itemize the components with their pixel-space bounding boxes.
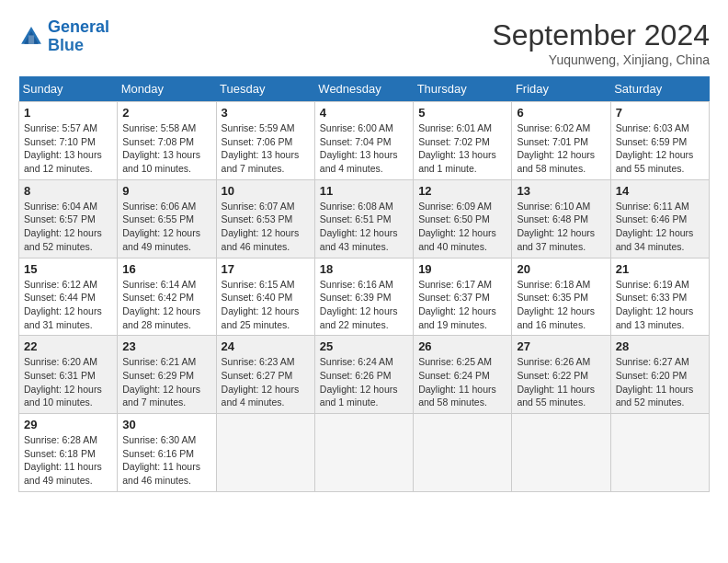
location: Yuqunweng, Xinjiang, China xyxy=(492,52,710,67)
calendar-cell: 9Sunrise: 6:06 AMSunset: 6:55 PMDaylight… xyxy=(118,179,216,258)
calendar-cell: 30Sunrise: 6:30 AMSunset: 6:16 PMDayligh… xyxy=(118,414,216,492)
day-number: 19 xyxy=(418,262,506,276)
day-info: Sunrise: 6:04 AMSunset: 6:57 PMDaylight:… xyxy=(24,200,112,254)
day-info: Sunrise: 6:18 AMSunset: 6:35 PMDaylight:… xyxy=(517,278,605,332)
calendar-cell: 18Sunrise: 6:16 AMSunset: 6:39 PMDayligh… xyxy=(314,258,413,336)
day-header-friday: Friday xyxy=(512,76,610,102)
day-info: Sunrise: 6:03 AMSunset: 6:59 PMDaylight:… xyxy=(616,121,704,176)
day-number: 1 xyxy=(24,106,112,120)
day-number: 27 xyxy=(517,339,605,353)
calendar-cell: 28Sunrise: 6:27 AMSunset: 6:20 PMDayligh… xyxy=(610,336,709,414)
day-header-tuesday: Tuesday xyxy=(216,76,314,102)
calendar-table: SundayMondayTuesdayWednesdayThursdayFrid… xyxy=(18,76,710,492)
day-number: 26 xyxy=(418,339,506,353)
day-number: 28 xyxy=(616,339,704,353)
day-number: 2 xyxy=(122,106,210,120)
calendar-cell: 6Sunrise: 6:02 AMSunset: 7:01 PMDaylight… xyxy=(512,102,610,180)
calendar-cell: 4Sunrise: 6:00 AMSunset: 7:04 PMDaylight… xyxy=(314,102,413,180)
page-header: General Blue September 2024 Yuqunweng, X… xyxy=(18,18,710,67)
calendar-cell xyxy=(610,414,709,492)
calendar-cell: 10Sunrise: 6:07 AMSunset: 6:53 PMDayligh… xyxy=(216,179,314,258)
day-info: Sunrise: 6:24 AMSunset: 6:26 PMDaylight:… xyxy=(320,355,408,409)
day-info: Sunrise: 5:57 AMSunset: 7:10 PMDaylight:… xyxy=(24,121,112,176)
day-info: Sunrise: 6:02 AMSunset: 7:01 PMDaylight:… xyxy=(517,121,605,176)
day-number: 10 xyxy=(222,184,310,198)
week-row-4: 22Sunrise: 6:20 AMSunset: 6:31 PMDayligh… xyxy=(19,336,710,414)
calendar-cell: 24Sunrise: 6:23 AMSunset: 6:27 PMDayligh… xyxy=(216,336,314,414)
day-number: 18 xyxy=(320,262,408,276)
day-info: Sunrise: 6:09 AMSunset: 6:50 PMDaylight:… xyxy=(418,200,506,254)
calendar-cell: 8Sunrise: 6:04 AMSunset: 6:57 PMDaylight… xyxy=(19,179,118,258)
calendar-cell: 27Sunrise: 6:26 AMSunset: 6:22 PMDayligh… xyxy=(512,336,610,414)
calendar-cell: 21Sunrise: 6:19 AMSunset: 6:33 PMDayligh… xyxy=(610,258,709,336)
logo: General Blue xyxy=(18,18,109,55)
day-info: Sunrise: 5:58 AMSunset: 7:08 PMDaylight:… xyxy=(122,121,210,176)
calendar-cell: 12Sunrise: 6:09 AMSunset: 6:50 PMDayligh… xyxy=(414,179,512,258)
week-row-1: 1Sunrise: 5:57 AMSunset: 7:10 PMDaylight… xyxy=(19,102,710,180)
calendar-cell: 17Sunrise: 6:15 AMSunset: 6:40 PMDayligh… xyxy=(216,258,314,336)
day-info: Sunrise: 6:30 AMSunset: 6:16 PMDaylight:… xyxy=(122,433,210,488)
day-header-sunday: Sunday xyxy=(19,76,118,102)
calendar-cell: 20Sunrise: 6:18 AMSunset: 6:35 PMDayligh… xyxy=(512,258,610,336)
logo-text: General Blue xyxy=(48,18,109,55)
calendar-cell: 7Sunrise: 6:03 AMSunset: 6:59 PMDaylight… xyxy=(610,102,709,180)
calendar-cell: 29Sunrise: 6:28 AMSunset: 6:18 PMDayligh… xyxy=(19,414,118,492)
month-title: September 2024 xyxy=(492,18,710,52)
day-info: Sunrise: 6:12 AMSunset: 6:44 PMDaylight:… xyxy=(24,278,112,332)
week-row-3: 15Sunrise: 6:12 AMSunset: 6:44 PMDayligh… xyxy=(19,258,710,336)
calendar-cell: 22Sunrise: 6:20 AMSunset: 6:31 PMDayligh… xyxy=(19,336,118,414)
day-number: 9 xyxy=(122,184,210,198)
day-header-thursday: Thursday xyxy=(414,76,512,102)
day-number: 23 xyxy=(122,339,210,353)
day-number: 29 xyxy=(24,418,112,431)
day-info: Sunrise: 6:08 AMSunset: 6:51 PMDaylight:… xyxy=(320,200,408,254)
header-row: SundayMondayTuesdayWednesdayThursdayFrid… xyxy=(19,76,710,102)
logo-icon xyxy=(18,24,44,50)
day-info: Sunrise: 6:10 AMSunset: 6:48 PMDaylight:… xyxy=(517,200,605,254)
day-header-saturday: Saturday xyxy=(610,76,709,102)
day-info: Sunrise: 6:26 AMSunset: 6:22 PMDaylight:… xyxy=(517,355,605,409)
calendar-cell: 26Sunrise: 6:25 AMSunset: 6:24 PMDayligh… xyxy=(414,336,512,414)
day-info: Sunrise: 6:20 AMSunset: 6:31 PMDaylight:… xyxy=(24,355,112,409)
calendar-cell: 16Sunrise: 6:14 AMSunset: 6:42 PMDayligh… xyxy=(118,258,216,336)
calendar-cell: 15Sunrise: 6:12 AMSunset: 6:44 PMDayligh… xyxy=(19,258,118,336)
day-number: 16 xyxy=(122,262,210,276)
day-number: 22 xyxy=(24,339,112,353)
day-number: 25 xyxy=(320,339,408,353)
day-number: 3 xyxy=(222,106,310,120)
calendar-cell: 3Sunrise: 5:59 AMSunset: 7:06 PMDaylight… xyxy=(216,102,314,180)
day-number: 21 xyxy=(616,262,704,276)
day-info: Sunrise: 6:06 AMSunset: 6:55 PMDaylight:… xyxy=(122,200,210,254)
day-number: 14 xyxy=(616,184,704,198)
calendar-cell: 23Sunrise: 6:21 AMSunset: 6:29 PMDayligh… xyxy=(118,336,216,414)
day-info: Sunrise: 6:28 AMSunset: 6:18 PMDaylight:… xyxy=(24,433,112,488)
day-number: 5 xyxy=(418,106,506,120)
calendar-cell: 13Sunrise: 6:10 AMSunset: 6:48 PMDayligh… xyxy=(512,179,610,258)
day-info: Sunrise: 6:25 AMSunset: 6:24 PMDaylight:… xyxy=(418,355,506,409)
day-info: Sunrise: 6:14 AMSunset: 6:42 PMDaylight:… xyxy=(122,278,210,332)
calendar-cell: 19Sunrise: 6:17 AMSunset: 6:37 PMDayligh… xyxy=(414,258,512,336)
day-number: 11 xyxy=(320,184,408,198)
day-number: 8 xyxy=(24,184,112,198)
day-number: 12 xyxy=(418,184,506,198)
calendar-cell: 1Sunrise: 5:57 AMSunset: 7:10 PMDaylight… xyxy=(19,102,118,180)
calendar-cell xyxy=(512,414,610,492)
calendar-cell: 11Sunrise: 6:08 AMSunset: 6:51 PMDayligh… xyxy=(314,179,413,258)
day-info: Sunrise: 6:17 AMSunset: 6:37 PMDaylight:… xyxy=(418,278,506,332)
day-info: Sunrise: 6:21 AMSunset: 6:29 PMDaylight:… xyxy=(122,355,210,409)
day-info: Sunrise: 6:11 AMSunset: 6:46 PMDaylight:… xyxy=(616,200,704,254)
day-header-wednesday: Wednesday xyxy=(314,76,413,102)
day-info: Sunrise: 6:19 AMSunset: 6:33 PMDaylight:… xyxy=(616,278,704,332)
day-info: Sunrise: 6:15 AMSunset: 6:40 PMDaylight:… xyxy=(222,278,310,332)
day-number: 6 xyxy=(517,106,605,120)
day-number: 17 xyxy=(222,262,310,276)
day-info: Sunrise: 6:27 AMSunset: 6:20 PMDaylight:… xyxy=(616,355,704,409)
day-number: 24 xyxy=(222,339,310,353)
week-row-5: 29Sunrise: 6:28 AMSunset: 6:18 PMDayligh… xyxy=(19,414,710,492)
day-header-monday: Monday xyxy=(118,76,216,102)
day-number: 4 xyxy=(320,106,408,120)
calendar-cell: 25Sunrise: 6:24 AMSunset: 6:26 PMDayligh… xyxy=(314,336,413,414)
calendar-cell xyxy=(216,414,314,492)
calendar-cell: 2Sunrise: 5:58 AMSunset: 7:08 PMDaylight… xyxy=(118,102,216,180)
day-info: Sunrise: 6:16 AMSunset: 6:39 PMDaylight:… xyxy=(320,278,408,332)
